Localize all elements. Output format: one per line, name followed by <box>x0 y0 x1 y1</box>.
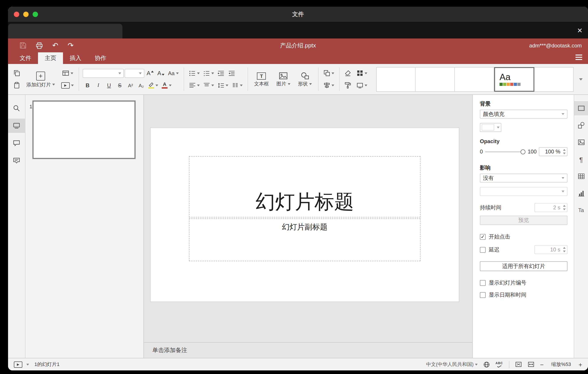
add-slide-button[interactable]: + 添加幻灯片 <box>24 66 58 92</box>
numbering-button[interactable] <box>202 68 215 78</box>
slide-settings-tab[interactable] <box>574 101 588 115</box>
theme-option[interactable] <box>376 67 416 91</box>
comments-panel-button[interactable] <box>8 136 25 150</box>
checkbox-checked[interactable]: ✓ <box>480 234 486 240</box>
effect-variant-select[interactable] <box>480 187 567 196</box>
subtitle-placeholder[interactable]: 幻灯片副标题 <box>189 218 420 261</box>
decrease-font-button[interactable]: A <box>156 68 166 78</box>
italic-button[interactable]: I <box>93 80 103 90</box>
highlight-color-button[interactable] <box>147 80 159 90</box>
image-settings-tab[interactable] <box>574 135 588 149</box>
bullets-button[interactable] <box>188 68 201 78</box>
minimize-window-button[interactable] <box>23 12 29 17</box>
show-slide-number-checkbox[interactable]: 显示幻灯片编号 <box>480 279 567 287</box>
undo-button[interactable]: ↶ <box>52 42 58 49</box>
checkbox-unchecked[interactable] <box>480 292 486 298</box>
insert-textbox-button[interactable]: T 文本框 <box>251 66 272 92</box>
start-on-click-checkbox[interactable]: ✓ 开始点击 <box>480 233 567 241</box>
arrange-button[interactable] <box>322 68 335 78</box>
insert-image-button[interactable]: 图片 <box>274 66 293 92</box>
theme-option[interactable] <box>534 67 574 91</box>
title-placeholder[interactable]: 幻灯片标题 <box>189 156 420 217</box>
opacity-input[interactable]: 100 % <box>539 147 567 156</box>
tab-file[interactable]: 文件 <box>13 52 38 64</box>
spellcheck-button[interactable]: ABC <box>495 361 503 367</box>
duration-input[interactable]: 2 s <box>534 203 567 212</box>
increase-indent-button[interactable] <box>227 68 237 78</box>
zoom-out-button[interactable]: − <box>540 361 544 368</box>
strikethrough-button[interactable]: S <box>115 80 125 90</box>
font-color-button[interactable]: A <box>160 80 173 90</box>
spinner-arrows[interactable] <box>563 149 566 154</box>
slide-thumbnail[interactable] <box>33 101 135 159</box>
slides-panel-button[interactable] <box>8 119 25 133</box>
color-scheme-button[interactable] <box>355 68 368 78</box>
copy-button[interactable] <box>12 68 21 78</box>
save-button[interactable] <box>20 42 26 49</box>
preview-button[interactable]: 预览 <box>480 216 567 225</box>
theme-option[interactable] <box>416 67 455 91</box>
tab-home[interactable]: 主页 <box>38 52 63 64</box>
fit-width-button[interactable] <box>527 362 534 367</box>
fullscreen-window-button[interactable] <box>33 12 38 17</box>
decrease-indent-button[interactable] <box>216 68 226 78</box>
theme-option-selected[interactable]: Aa <box>494 67 534 91</box>
tab-insert[interactable]: 插入 <box>63 52 88 64</box>
paragraph-settings-tab[interactable]: ¶ <box>574 152 588 166</box>
superscript-button[interactable]: A² <box>126 80 135 90</box>
underline-button[interactable]: U <box>104 80 114 90</box>
table-settings-tab[interactable] <box>574 169 588 183</box>
show-date-checkbox[interactable]: 显示日期和时间 <box>480 291 567 299</box>
language-selector[interactable]: 中文(中华人民共和国) <box>426 361 478 368</box>
bold-button[interactable]: B <box>83 80 93 90</box>
checkbox-unchecked[interactable] <box>480 280 486 286</box>
opacity-slider[interactable] <box>485 149 525 155</box>
app-tab[interactable] <box>8 24 122 38</box>
horizontal-align-button[interactable] <box>188 80 201 90</box>
notes-area[interactable]: 单击添加备注 <box>144 342 472 358</box>
change-case-button[interactable]: Aa <box>167 68 180 78</box>
shape-settings-tab[interactable] <box>574 118 588 132</box>
close-window-button[interactable] <box>14 12 19 17</box>
tab-collaboration[interactable]: 协作 <box>88 52 113 64</box>
paste-button[interactable] <box>12 80 21 90</box>
search-button[interactable] <box>8 101 25 115</box>
fit-slide-button[interactable] <box>515 362 522 367</box>
menu-icon[interactable] <box>576 55 582 60</box>
document-language-button[interactable] <box>483 361 490 367</box>
insert-shape-button[interactable]: 形状 <box>295 66 314 92</box>
increase-font-button[interactable]: A <box>145 68 155 78</box>
align-shapes-button[interactable] <box>322 80 335 90</box>
slider-knob[interactable] <box>521 149 525 154</box>
clear-style-button[interactable] <box>343 68 353 78</box>
background-fill-select[interactable]: 颜色填充 <box>480 110 567 119</box>
checkbox-unchecked[interactable] <box>480 247 486 253</box>
textart-settings-tab[interactable]: Ta <box>574 203 588 217</box>
effect-select[interactable]: 没有 <box>480 174 567 183</box>
line-spacing-button[interactable] <box>216 80 230 90</box>
delay-input[interactable]: 10 s <box>534 245 567 254</box>
slideshow-start-button[interactable]: ▶ <box>14 361 22 367</box>
columns-button[interactable] <box>230 80 244 90</box>
copy-style-button[interactable] <box>343 80 353 90</box>
spinner-arrows[interactable] <box>563 247 566 252</box>
chat-panel-button[interactable] <box>8 154 25 168</box>
print-button[interactable] <box>36 42 43 49</box>
apply-to-all-button[interactable]: 适用于所有幻灯片 <box>480 261 567 271</box>
redo-button[interactable]: ↷ <box>68 42 74 49</box>
gallery-expand-button[interactable] <box>576 66 584 92</box>
slide-layout-button[interactable] <box>60 68 75 78</box>
font-size-select[interactable] <box>125 69 144 78</box>
vertical-align-button[interactable] <box>202 80 215 90</box>
slide-size-button[interactable] <box>355 80 368 90</box>
spinner-arrows[interactable] <box>563 205 566 210</box>
start-slideshow-button[interactable]: ▶ <box>60 80 75 90</box>
subscript-button[interactable]: A₂ <box>136 80 146 90</box>
zoom-in-button[interactable]: + <box>579 361 582 368</box>
font-name-select[interactable] <box>83 69 124 78</box>
delay-checkbox[interactable]: 延迟 <box>480 246 500 253</box>
chart-settings-tab[interactable] <box>574 186 588 200</box>
theme-option[interactable] <box>455 67 494 91</box>
slide-canvas[interactable]: 幻灯片标题 幻灯片副标题 <box>151 128 459 302</box>
close-icon[interactable]: ✕ <box>577 27 583 33</box>
